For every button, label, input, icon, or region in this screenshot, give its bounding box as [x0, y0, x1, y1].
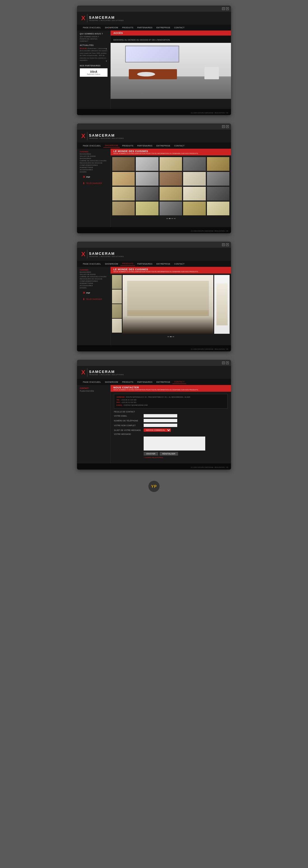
form-reset-btn[interactable]: Réinitialiser: [160, 452, 178, 456]
nav-entreprise-4[interactable]: ENTREPRISE: [155, 380, 172, 384]
scroll-up-1[interactable]: ▲: [105, 47, 107, 50]
menu-accessoires-3[interactable]: ACCESSOIRES: [80, 285, 107, 286]
showroom-cell-14[interactable]: [183, 186, 206, 201]
form-name-input[interactable]: [144, 424, 177, 427]
nav-entreprise-2[interactable]: ENTREPRISE: [155, 144, 172, 148]
menu-cuisines-2[interactable]: CUISINES: [80, 151, 107, 153]
resize-btn-1[interactable]: ⊡: [222, 7, 225, 10]
nav-contact-3[interactable]: CONTACT: [173, 262, 186, 266]
nav-entreprise-3[interactable]: ENTREPRISE: [155, 262, 172, 266]
nav-showroom-4[interactable]: SHOWROOM: [103, 380, 120, 384]
showroom-cell-13[interactable]: [159, 186, 182, 201]
nav-contact-1[interactable]: CONTACT: [173, 26, 186, 29]
nav-showroom-2[interactable]: SHOWROOM: [103, 144, 120, 148]
menu-accessoires-2[interactable]: ACCESSOIRES: [80, 169, 107, 170]
sidebar-contact-link[interactable]: CONTACT: [80, 387, 107, 389]
slider-dot-4[interactable]: [174, 218, 176, 219]
nav-accueil-4[interactable]: PAGE D'ACCUEIL: [81, 380, 103, 384]
menu-cabine-2[interactable]: CABINE DE DOUCHE & SAUNA: [80, 160, 107, 161]
menu-divers-2[interactable]: DIVERS: [80, 171, 107, 173]
nav-accueil-1[interactable]: PAGE D'ACCUEIL: [81, 26, 103, 29]
showroom-cell-3[interactable]: [159, 157, 182, 171]
sidebar-planacces-link[interactable]: PLAN D'ACCÈS: [80, 390, 107, 392]
kitchen-thumb-1[interactable]: [112, 275, 122, 289]
menu-receveurs-3[interactable]: RECEVEURS DE DOUCHE: [80, 278, 107, 280]
form-phone-input[interactable]: [144, 419, 177, 422]
showroom-cell-19[interactable]: [183, 201, 206, 216]
kitchen-thumb-4[interactable]: [112, 319, 122, 333]
resize-btn-2[interactable]: ⊡: [222, 125, 225, 128]
nav-contact-4[interactable]: CONTACT: [173, 380, 186, 384]
sidebar-link-contact[interactable]: CONTACT: [80, 40, 107, 42]
showroom-cell-17[interactable]: [135, 201, 158, 216]
showroom-cell-7[interactable]: [135, 172, 158, 186]
close-btn-3[interactable]: ✕: [226, 243, 229, 246]
download-btn-3[interactable]: ⬇ TÉLÉCHARGER: [83, 298, 105, 301]
showroom-cell-15[interactable]: [207, 186, 229, 201]
nav-produits-3[interactable]: PRODUITS: [120, 262, 135, 266]
close-btn-1[interactable]: ✕: [226, 7, 229, 10]
showroom-cell-18[interactable]: [159, 201, 182, 216]
scroll-down-1[interactable]: ▼: [105, 60, 107, 62]
showroom-cell-6[interactable]: [112, 172, 135, 186]
showroom-cell-12[interactable]: [135, 186, 158, 201]
download-btn-2[interactable]: ⬇ TÉLÉCHARGER: [83, 182, 105, 185]
form-message-textarea[interactable]: [144, 436, 205, 451]
nav-partenaires-3[interactable]: PARTENAIRES: [135, 262, 154, 266]
nav-accueil-3[interactable]: PAGE D'ACCUEIL: [81, 262, 103, 266]
menu-divers-3[interactable]: DIVERS: [80, 287, 107, 289]
form-email-input[interactable]: [144, 414, 177, 417]
showroom-cell-5[interactable]: [207, 157, 229, 171]
showroom-cell-11[interactable]: [112, 186, 135, 201]
menu-baignoires-2[interactable]: BAIGNOIRES: [80, 153, 107, 155]
menu-cabine-3[interactable]: CABINE DE DOUCHE & SAUNA: [80, 276, 107, 277]
slider-dot-3[interactable]: [172, 218, 173, 219]
showroom-cell-4[interactable]: [183, 157, 206, 171]
slider-dot-1[interactable]: [166, 218, 168, 219]
form-submit-btn[interactable]: Envoyer: [144, 452, 158, 456]
showroom-cell-8[interactable]: [159, 172, 182, 186]
nav-accueil-2[interactable]: PAGE D'ACCUEIL: [81, 144, 103, 148]
nav-produits-2[interactable]: PRODUITS: [120, 144, 135, 148]
form-subject-select[interactable]: SERVICE COMMERCIAL: [144, 428, 171, 432]
logo-name-2: SAMCERAM: [89, 133, 124, 137]
nav-entreprise-1[interactable]: ENTREPRISE: [155, 26, 172, 29]
showroom-cell-1[interactable]: [112, 157, 135, 171]
nav-produits-4[interactable]: PRODUITS: [120, 380, 135, 384]
sidebar-link-points[interactable]: POINTS DE VENTES: [80, 38, 107, 40]
slider-dot-3-1[interactable]: [167, 336, 169, 337]
menu-salles-2[interactable]: SALLES DE BAINS: [80, 155, 107, 157]
slider-dot-3-2[interactable]: [170, 336, 172, 337]
showroom-cell-9[interactable]: [183, 172, 206, 186]
sidebar-link-qui[interactable]: QUI SOMMES-NOUS ?: [80, 36, 107, 37]
showroom-cell-20[interactable]: [207, 201, 229, 216]
showroom-cell-2[interactable]: [135, 157, 158, 171]
content-title-4: NOUS CONTACTER: [114, 386, 228, 389]
nav-produits-1[interactable]: PRODUITS: [120, 26, 135, 29]
nav-showroom-1[interactable]: SHOWROOM: [103, 26, 120, 29]
resize-btn-4[interactable]: ⊡: [222, 362, 225, 364]
menu-robinetterie-3[interactable]: ROBINETTERIE: [80, 282, 107, 284]
menu-robinetterie-2[interactable]: ROBINETTERIE: [80, 166, 107, 168]
menu-baignoires-3[interactable]: BAIGNOIRES: [80, 271, 107, 273]
close-btn-4[interactable]: ✕: [226, 362, 229, 364]
nav-contact-2[interactable]: CONTACT: [173, 144, 186, 148]
nav-partenaires-2[interactable]: PARTENAIRES: [135, 144, 154, 148]
menu-complementaires-2[interactable]: COMPLÉMENTAIRES: [80, 164, 107, 166]
slider-dot-2[interactable]: [169, 218, 171, 219]
kitchen-thumb-3[interactable]: [112, 304, 122, 318]
resize-btn-3[interactable]: ⊡: [222, 243, 225, 246]
nav-partenaires-1[interactable]: PARTENAIRES: [135, 26, 154, 29]
showroom-cell-10[interactable]: [207, 172, 229, 186]
menu-salles-3[interactable]: SALLES DE BAINS: [80, 274, 107, 275]
nav-showroom-3[interactable]: SHOWROOM: [103, 262, 120, 266]
menu-receveurs-2[interactable]: RECEVEURS DE DOUCHE: [80, 162, 107, 164]
nav-partenaires-4[interactable]: PARTENAIRES: [135, 380, 154, 384]
menu-cuisines-3[interactable]: CUISINES: [80, 269, 107, 271]
kitchen-thumb-2[interactable]: [112, 289, 122, 304]
close-btn-2[interactable]: ✕: [226, 125, 229, 128]
menu-complementaires-3[interactable]: COMPLÉMENTAIRES: [80, 280, 107, 282]
menu-baignoires2-2[interactable]: BAIGNOIRES: [80, 158, 107, 159]
showroom-cell-16[interactable]: [112, 201, 135, 216]
slider-dot-3-3[interactable]: [173, 336, 174, 337]
